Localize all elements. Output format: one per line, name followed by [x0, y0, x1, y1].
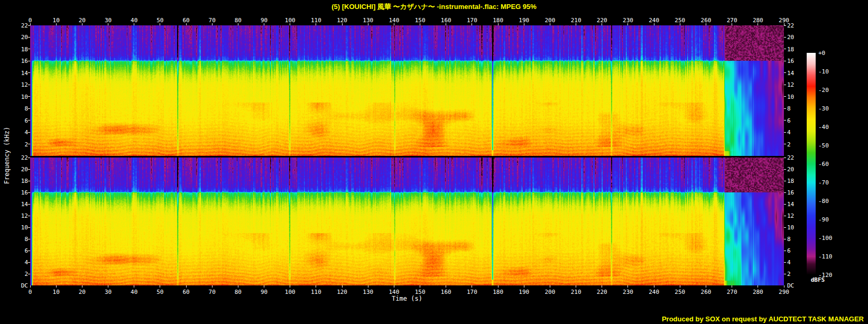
- freq-tick-mark: [784, 96, 786, 97]
- footer-credit: Produced by SOX on request by AUCDTECT T…: [662, 315, 864, 323]
- time-tick-mark: [420, 23, 420, 25]
- freq-tick-label: 6: [787, 248, 791, 254]
- time-tick-label: 210: [571, 17, 581, 23]
- time-tick-label: 170: [467, 17, 477, 23]
- freq-tick-mark: [28, 132, 30, 133]
- freq-tick-label: 6: [14, 117, 28, 123]
- time-tick-mark: [82, 23, 82, 25]
- time-tick-label: 100: [285, 17, 296, 23]
- legend-tick-label: -100: [818, 235, 833, 241]
- time-tick-mark: [732, 23, 732, 25]
- time-tick-label: 210: [571, 289, 581, 295]
- time-tick-label: 170: [467, 289, 477, 295]
- time-tick-mark: [316, 23, 316, 25]
- time-tick-mark: [186, 23, 187, 25]
- freq-tick-label: 8: [787, 106, 791, 112]
- freq-tick-label: 14: [14, 201, 28, 207]
- freq-tick-mark: [28, 227, 30, 228]
- time-tick-mark: [576, 285, 576, 288]
- freq-tick-label: 10: [14, 94, 28, 99]
- freq-tick-mark: [784, 216, 786, 216]
- freq-tick-label: 20: [14, 166, 28, 172]
- freq-tick-mark: [784, 61, 786, 61]
- time-tick-mark: [134, 23, 134, 25]
- time-tick-mark: [446, 23, 446, 25]
- time-tick-label: 280: [753, 17, 763, 23]
- time-tick-label: 130: [363, 289, 373, 295]
- legend-tick-label: -40: [818, 124, 829, 130]
- time-tick-label: 10: [53, 17, 60, 23]
- time-tick-mark: [446, 285, 446, 288]
- time-tick-mark: [550, 285, 550, 288]
- freq-tick-mark: [784, 204, 786, 205]
- time-tick-mark: [394, 23, 394, 25]
- freq-tick-mark: [784, 49, 786, 49]
- freq-tick-mark: [28, 49, 30, 49]
- time-tick-label: 20: [79, 17, 86, 23]
- time-tick-label: 40: [131, 17, 137, 23]
- time-tick-mark: [238, 23, 238, 25]
- freq-tick-mark: [784, 72, 786, 73]
- freq-tick-mark: [28, 158, 30, 158]
- freq-tick-mark: [784, 158, 786, 158]
- legend-tick-label: -80: [818, 198, 829, 204]
- freq-tick-mark: [28, 144, 30, 144]
- time-tick-label: 70: [209, 289, 216, 295]
- freq-tick-label: 16: [14, 190, 28, 196]
- freq-tick-label: 20: [787, 166, 794, 172]
- time-tick-mark: [316, 285, 316, 288]
- freq-tick-label: 18: [787, 178, 794, 184]
- freq-tick-label: 18: [14, 178, 28, 184]
- time-tick-label: 50: [156, 17, 163, 23]
- freq-tick-label: 6: [14, 248, 28, 254]
- legend-tick-label: -30: [818, 106, 829, 112]
- freq-tick-mark: [784, 181, 786, 181]
- time-tick-label: 190: [519, 17, 529, 23]
- time-tick-mark: [784, 285, 784, 288]
- time-tick-mark: [160, 23, 160, 25]
- time-tick-label: 260: [701, 17, 712, 23]
- freq-tick-label: 2: [787, 271, 791, 277]
- spectrogram-right-channel: [30, 158, 784, 285]
- time-tick-label: 230: [623, 17, 633, 23]
- time-tick-mark: [134, 285, 134, 288]
- time-tick-mark: [82, 285, 82, 288]
- freq-dc-label: DC: [787, 283, 794, 289]
- time-tick-mark: [758, 285, 758, 288]
- time-tick-mark: [680, 23, 680, 25]
- time-tick-label: 180: [493, 289, 503, 295]
- time-tick-mark: [758, 23, 758, 25]
- freq-tick-mark: [28, 96, 30, 97]
- freq-tick-label: 4: [14, 260, 28, 265]
- time-tick-label: 90: [261, 17, 267, 23]
- time-tick-mark: [680, 285, 680, 288]
- time-tick-label: 200: [545, 289, 556, 295]
- legend-tick-label: -90: [818, 217, 829, 223]
- time-tick-label: 190: [519, 289, 529, 295]
- freq-tick-mark: [784, 144, 786, 144]
- freq-tick-mark: [784, 192, 786, 193]
- time-tick-mark: [212, 23, 213, 25]
- freq-tick-mark: [784, 120, 786, 121]
- time-tick-mark: [56, 23, 57, 25]
- freq-tick-label: 4: [787, 129, 791, 135]
- freq-tick-label: 16: [14, 58, 28, 64]
- time-tick-mark: [420, 285, 420, 288]
- freq-tick-label: 14: [14, 70, 28, 76]
- legend-tick-label: -50: [818, 143, 829, 149]
- freq-tick-label: 8: [14, 236, 28, 242]
- time-tick-label: 240: [649, 289, 659, 295]
- time-tick-label: 90: [261, 289, 267, 295]
- time-tick-label: 220: [597, 289, 607, 295]
- time-tick-mark: [732, 285, 732, 288]
- time-tick-label: 270: [727, 17, 737, 23]
- time-tick-mark: [654, 285, 654, 288]
- freq-tick-label: 18: [14, 46, 28, 52]
- freq-tick-label: 2: [14, 141, 28, 147]
- time-tick-label: 60: [182, 17, 189, 23]
- time-tick-label: 130: [363, 17, 373, 23]
- time-tick-label: 110: [311, 17, 321, 23]
- time-tick-label: 60: [182, 289, 189, 295]
- freq-tick-mark: [28, 85, 30, 85]
- freq-tick-mark: [28, 251, 30, 251]
